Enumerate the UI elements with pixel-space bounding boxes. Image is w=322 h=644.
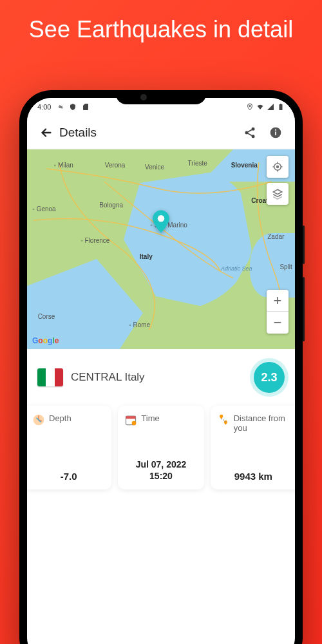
arrow-left-icon — [39, 126, 53, 140]
map-country-label: Slovenia — [231, 162, 258, 169]
card-label: Time — [141, 413, 159, 423]
map-city-label: Venice — [145, 164, 164, 171]
page-title: Details — [59, 126, 237, 140]
card-label: Depth — [49, 413, 71, 423]
depth-value: -7.0 — [32, 471, 105, 482]
depth-card[interactable]: Depth -7.0 — [27, 406, 111, 489]
map-city-label: ◦ Rome — [129, 321, 150, 328]
svg-point-15 — [132, 421, 137, 426]
svg-point-3 — [252, 127, 255, 130]
info-icon — [269, 126, 282, 139]
svg-point-9 — [158, 215, 165, 222]
sd-card-icon — [82, 103, 90, 111]
info-button[interactable] — [263, 120, 289, 146]
map-zoom-control: + − — [267, 290, 289, 334]
map-sea-label: Adriatic Sea — [221, 265, 252, 272]
map-city-label: Bologna — [99, 202, 123, 209]
crosshair-icon — [272, 161, 283, 173]
location-icon — [246, 103, 254, 111]
phone-side-button — [303, 277, 305, 341]
map-city-label: Verona — [105, 162, 126, 169]
map-locate-button[interactable] — [267, 156, 289, 178]
svg-point-8 — [275, 129, 276, 130]
svg-point-11 — [277, 166, 279, 168]
svg-rect-2 — [280, 104, 281, 104]
back-button[interactable] — [33, 120, 59, 146]
phone-screen: 4:00 Details — [27, 98, 295, 644]
info-cards: Depth -7.0 Time Jul 07, 202215:20 Distan… — [27, 406, 295, 502]
map-zoom-out-button[interactable]: − — [267, 312, 289, 334]
flag-italy-icon — [37, 368, 63, 386]
map-pin[interactable] — [152, 210, 170, 233]
battery-icon — [277, 103, 285, 111]
svg-point-5 — [252, 135, 255, 138]
map-country-label: Italy — [140, 253, 153, 260]
shield-icon — [69, 103, 77, 111]
layers-icon — [272, 188, 283, 200]
map-sea — [27, 259, 143, 349]
status-time: 4:00 — [37, 103, 51, 111]
card-label: Distance from you — [234, 413, 290, 433]
cell-signal-icon — [267, 103, 274, 111]
wifi-icon — [256, 103, 264, 111]
share-button[interactable] — [237, 120, 263, 146]
depth-icon — [32, 413, 45, 426]
svg-rect-14 — [126, 416, 136, 419]
svg-rect-1 — [279, 104, 283, 110]
gear-icon — [56, 103, 64, 111]
time-card[interactable]: Time Jul 07, 202215:20 — [118, 406, 204, 489]
distance-value: 9943 km — [217, 471, 290, 482]
map-city-label: ◦ Florence — [80, 237, 109, 244]
promo-title: See Earthquakes in detail — [0, 0, 322, 56]
google-watermark: Google — [32, 336, 59, 345]
map[interactable]: ◦ San Marino Italy Slovenia Croatia ◦ Mi… — [27, 149, 295, 349]
location-name: CENTRAL Italy — [71, 371, 246, 384]
map-zoom-in-button[interactable]: + — [267, 290, 289, 312]
location-header: CENTRAL Italy 2.3 — [27, 349, 295, 406]
phone-side-button — [303, 225, 305, 264]
map-city-label: ◦ Genoa — [32, 205, 55, 213]
map-city-label: Split — [279, 263, 292, 270]
share-icon — [243, 126, 256, 139]
map-city-label: Zadar — [267, 233, 284, 240]
phone-notch — [116, 90, 206, 104]
calendar-icon — [124, 413, 137, 426]
map-region-label: Corse — [38, 313, 55, 320]
map-city-label: Trieste — [188, 160, 207, 167]
phone-frame: 4:00 Details — [19, 90, 303, 644]
map-city-label: ◦ Milan — [54, 162, 73, 169]
app-bar: Details — [27, 116, 295, 149]
magnitude-badge: 2.3 — [254, 362, 285, 393]
svg-point-0 — [249, 105, 251, 107]
svg-point-4 — [245, 131, 249, 134]
map-layers-button[interactable] — [267, 183, 289, 205]
distance-icon — [217, 413, 230, 426]
svg-rect-7 — [275, 131, 276, 135]
distance-card[interactable]: Distance from you 9943 km — [211, 406, 295, 489]
time-value: Jul 07, 202215:20 — [124, 459, 197, 482]
